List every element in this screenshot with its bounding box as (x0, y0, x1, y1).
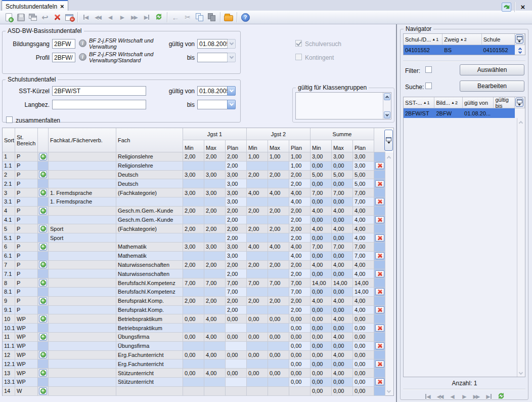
cell-value[interactable]: 2,00 (289, 171, 311, 180)
cell-value[interactable]: 0,00 (268, 333, 289, 342)
add-row-button[interactable]: + (39, 171, 47, 178)
cell-value[interactable]: 0,00 (311, 387, 332, 396)
cell-value[interactable] (226, 378, 247, 387)
cell-value[interactable]: 0,00 (311, 351, 332, 360)
cell-fach[interactable]: Deutsch (116, 179, 183, 188)
cell-fach[interactable]: Religionslehre (116, 162, 183, 171)
cell-value[interactable]: 2,00 (289, 233, 311, 243)
cell-fachkat[interactable] (49, 269, 116, 278)
scroll-down-button[interactable] (384, 111, 390, 118)
cell-value[interactable]: 0,00 (311, 314, 332, 324)
cell-value[interactable]: 4,00 (353, 306, 374, 315)
cell-value[interactable]: 0,00 (289, 351, 311, 360)
cell-value[interactable]: 4,00 (204, 333, 226, 342)
cell-value[interactable]: 7,00 (226, 278, 247, 288)
cell-value[interactable] (226, 387, 247, 396)
bildungsgang-field[interactable]: 2BFW (52, 39, 75, 49)
detach-panel-button[interactable] (500, 2, 512, 13)
table-row[interactable]: 8.1PBerufsfachl.Kompetenz7,007,000,000,0… (3, 288, 393, 297)
cell-value[interactable] (183, 288, 204, 297)
cell-value[interactable]: 0,00 (332, 387, 353, 396)
auswaehlen-button[interactable]: Auswählen (460, 64, 524, 75)
cell-value[interactable]: 4,00 (247, 243, 268, 252)
cell-fach[interactable]: Übungsfirma (116, 333, 183, 342)
table-scrollbar[interactable] (385, 152, 393, 395)
cell-value[interactable] (183, 359, 204, 369)
cell-value[interactable]: 2,00 (289, 269, 311, 278)
cell-fach[interactable] (116, 197, 183, 207)
cell-value[interactable]: 0,00 (226, 314, 247, 324)
add-row-button[interactable]: + (39, 351, 47, 358)
copy-button[interactable] (194, 12, 206, 23)
cell-value[interactable]: 4,00 (311, 261, 332, 270)
klassengruppen-scrollbar[interactable] (383, 93, 391, 119)
cell-value[interactable]: 7,00 (353, 252, 374, 261)
cell-value[interactable] (183, 179, 204, 188)
rewind-button[interactable]: ◀◀ (434, 391, 447, 402)
delete-row-button[interactable] (375, 198, 384, 205)
cell-value[interactable]: 7,00 (289, 278, 311, 288)
cell-value[interactable]: 2,00 (247, 261, 268, 270)
cell-value[interactable]: 0,00 (268, 369, 289, 378)
langbez-field[interactable] (52, 100, 146, 109)
cell-value[interactable]: 4,00 (204, 314, 226, 324)
cell-fach[interactable]: Betriebspraktikum (116, 314, 183, 324)
cell-value[interactable]: 7,00 (311, 243, 332, 252)
table-row[interactable]: 6.1PMathematik3,004,000,000,007,00 (3, 252, 393, 261)
cell-fachkat[interactable] (49, 162, 116, 171)
cell-value[interactable] (268, 359, 289, 369)
forward-button[interactable]: ▶▶ (128, 12, 141, 23)
cell-value[interactable]: 4,00 (353, 297, 374, 306)
table-row[interactable]: 1.1PReligionslehre2,001,000,000,003,00 (3, 162, 393, 171)
cell-fach[interactable]: Berufsprakt.Komp. (116, 306, 183, 315)
cell-value[interactable] (204, 216, 226, 225)
cell-value[interactable]: 2,00 (226, 162, 247, 171)
add-row-button[interactable]: + (39, 333, 47, 341)
cell-value[interactable]: 7,00 (289, 288, 311, 297)
cell-fachkat[interactable] (49, 252, 116, 261)
table-row[interactable]: 10WP+Betriebspraktikum0,004,000,000,000,… (3, 314, 393, 324)
duplicate-window-button[interactable] (27, 12, 39, 23)
column-settings-button[interactable] (515, 98, 523, 107)
cell-value[interactable] (204, 252, 226, 261)
cell-value[interactable]: 5,00 (332, 171, 353, 180)
profil-field[interactable]: 2BFW/ (52, 53, 75, 62)
cell-fach[interactable]: Gesch.m.Gem.-Kunde (116, 216, 183, 225)
cell-value[interactable]: 4,00 (332, 224, 353, 233)
sst-list-scrollbar[interactable] (517, 118, 525, 377)
cell-value[interactable]: 0,00 (289, 369, 311, 378)
cell-value[interactable]: 0,00 (311, 252, 332, 261)
row-spinner[interactable] (515, 45, 525, 55)
delete-row-button[interactable] (375, 270, 384, 277)
cell-value[interactable]: 2,00 (204, 261, 226, 270)
cell-value[interactable]: 0,00 (332, 216, 353, 225)
cell-value[interactable]: 0,00 (311, 342, 332, 351)
cell-fachkat[interactable] (49, 243, 116, 252)
cell-value[interactable]: 0,00 (332, 162, 353, 171)
cell-value[interactable]: 0,00 (332, 288, 353, 297)
add-row-button[interactable]: + (39, 261, 47, 268)
refresh-button[interactable] (153, 12, 165, 23)
cell-fach[interactable]: Stützunterricht (116, 369, 183, 378)
cell-value[interactable]: 3,00 (226, 252, 247, 261)
table-row[interactable]: 6P+Mathematik3,003,003,004,004,004,007,0… (3, 243, 393, 252)
delete-row-button[interactable] (375, 288, 384, 295)
cell-value[interactable]: 0,00 (353, 378, 374, 387)
cell-fachkat[interactable] (49, 342, 116, 351)
cell-value[interactable] (268, 269, 289, 278)
cell-value[interactable]: 4,00 (332, 333, 353, 342)
cell-value[interactable]: 0,00 (311, 197, 332, 207)
column-header-fach[interactable]: Fach (116, 128, 183, 152)
cell-value[interactable]: 0,00 (311, 216, 332, 225)
basis-gueltig-von-field[interactable]: 01.08.2005 (197, 39, 228, 49)
cell-value[interactable]: 0,00 (311, 306, 332, 315)
column-header-min[interactable]: Min (247, 140, 268, 152)
cell-value[interactable]: 0,00 (289, 333, 311, 342)
cell-fach[interactable]: Mathematik (116, 243, 183, 252)
scroll-up-button[interactable] (384, 93, 390, 100)
table-row[interactable]: 2P+Deutsch3,003,003,002,002,002,005,005,… (3, 171, 393, 180)
cell-value[interactable]: 2,00 (226, 233, 247, 243)
cell-value[interactable]: 0,00 (289, 314, 311, 324)
table-row[interactable]: 12WP+Erg.Fachunterricht0,004,000,000,000… (3, 351, 393, 360)
nav-column-header[interactable]: Schul-/D...▲1 (404, 34, 442, 45)
